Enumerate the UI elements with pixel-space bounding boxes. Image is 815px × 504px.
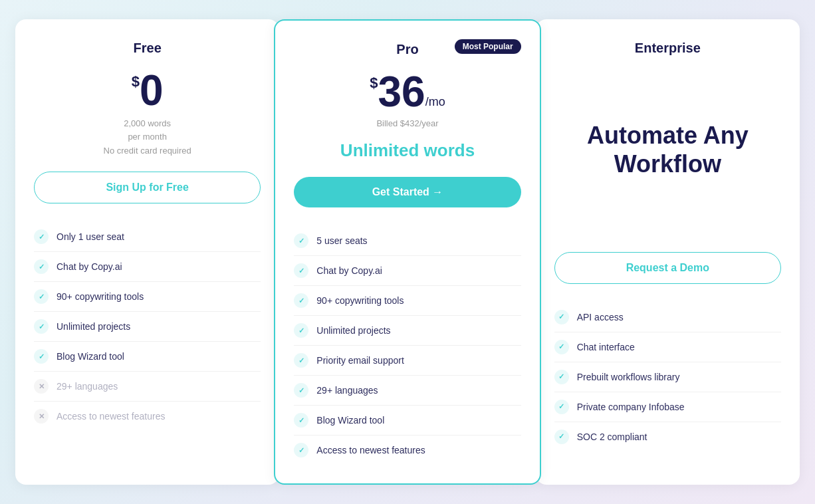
list-item: ✓ Unlimited projects <box>34 312 261 342</box>
free-plan-name: Free <box>34 41 261 56</box>
check-icon: ✓ <box>34 289 49 304</box>
check-icon: ✓ <box>554 340 569 354</box>
pro-cta-button[interactable]: Get Started → <box>294 177 521 207</box>
list-item: ✓ Chat by Copy.ai <box>294 256 521 286</box>
pro-billed-text: Billed $432/year <box>294 118 521 128</box>
list-item: ✓ Blog Wizard tool <box>294 406 521 436</box>
enterprise-cta-button[interactable]: Request a Demo <box>554 252 781 284</box>
check-icon: ✓ <box>34 319 49 334</box>
check-icon: ✓ <box>294 353 308 368</box>
enterprise-plan-name: Enterprise <box>554 41 781 56</box>
check-icon: ✓ <box>554 430 569 444</box>
list-item: ✓ Chat interface <box>554 332 781 362</box>
most-popular-badge: Most Popular <box>455 39 521 54</box>
check-icon: ✓ <box>34 229 49 244</box>
pricing-container: Free $ 0 2,000 words per month No credit… <box>15 19 800 485</box>
free-price-amount: 0 <box>140 69 164 112</box>
check-icon: ✓ <box>294 323 308 338</box>
list-item: ✕ 29+ languages <box>34 372 261 402</box>
check-icon: ✓ <box>294 443 308 457</box>
check-icon: ✓ <box>294 233 308 248</box>
list-item: ✓ 5 user seats <box>294 226 521 256</box>
list-item: ✓ Only 1 user seat <box>34 222 261 252</box>
pro-price-dollar: $ <box>370 76 378 90</box>
list-item: ✓ Private company Infobase <box>554 392 781 422</box>
pro-price-amount: 36 <box>378 70 425 113</box>
check-icon: ✓ <box>554 310 569 324</box>
enterprise-plan-card: Enterprise Automate Any Workflow Request… <box>536 19 800 485</box>
check-icon: ✓ <box>294 413 308 428</box>
free-cta-button[interactable]: Sign Up for Free <box>34 172 261 203</box>
free-no-credit: No credit card required <box>34 146 261 156</box>
list-item: ✓ 29+ languages <box>294 376 521 406</box>
list-item: ✓ Unlimited projects <box>294 316 521 346</box>
check-icon: ✓ <box>554 400 569 414</box>
free-subtitle: 2,000 words per month <box>34 117 261 143</box>
check-icon: ✓ <box>34 259 49 274</box>
list-item: ✓ Blog Wizard tool <box>34 342 261 372</box>
pro-plan-card: Pro Most Popular $ 36 /mo Billed $432/ye… <box>274 19 540 485</box>
x-icon: ✕ <box>34 379 49 394</box>
pro-header: Pro Most Popular <box>294 42 521 70</box>
list-item: ✓ Access to newest features <box>294 436 521 465</box>
list-item: ✓ Priority email support <box>294 346 521 376</box>
free-plan-card: Free $ 0 2,000 words per month No credit… <box>15 19 279 485</box>
list-item: ✓ 90+ copywriting tools <box>294 286 521 316</box>
pro-features-list: ✓ 5 user seats ✓ Chat by Copy.ai ✓ 90+ c… <box>294 226 521 465</box>
free-features-list: ✓ Only 1 user seat ✓ Chat by Copy.ai ✓ 9… <box>34 222 261 463</box>
pro-price-period: /mo <box>425 96 445 108</box>
pro-price-block: $ 36 /mo <box>294 70 521 113</box>
free-price-dollar: $ <box>132 74 140 89</box>
list-item: ✓ SOC 2 compliant <box>554 422 781 451</box>
check-icon: ✓ <box>294 383 308 398</box>
enterprise-headline: Automate Any Workflow <box>554 69 781 231</box>
check-icon: ✓ <box>34 349 49 364</box>
pro-unlimited-words: Unlimited words <box>294 140 521 161</box>
list-item: ✓ Prebuilt workflows library <box>554 362 781 392</box>
enterprise-features-list: ✓ API access ✓ Chat interface ✓ Prebuilt… <box>554 303 781 464</box>
check-icon: ✓ <box>554 370 569 384</box>
list-item: ✕ Access to newest features <box>34 402 261 431</box>
list-item: ✓ Chat by Copy.ai <box>34 252 261 282</box>
check-icon: ✓ <box>294 263 308 278</box>
x-icon: ✕ <box>34 409 49 424</box>
list-item: ✓ 90+ copywriting tools <box>34 282 261 312</box>
check-icon: ✓ <box>294 293 308 308</box>
free-price-block: $ 0 <box>34 69 261 112</box>
list-item: ✓ API access <box>554 303 781 332</box>
